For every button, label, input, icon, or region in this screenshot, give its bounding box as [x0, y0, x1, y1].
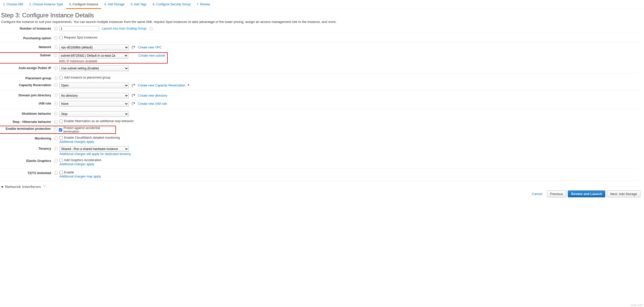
- subnet-select[interactable]: subnet-b97283d2 | Default in us-east-2a: [59, 53, 128, 58]
- wizard-step-7[interactable]: 7. Review: [194, 1, 213, 9]
- refresh-icon[interactable]: [131, 83, 135, 87]
- label-tenancy: Tenancy: [0, 146, 52, 150]
- row-number-of-instances: Number of instances i Launch into Auto S…: [0, 25, 639, 33]
- info-icon[interactable]: i: [54, 171, 58, 175]
- create-subnet-link[interactable]: Create new subnet: [138, 54, 165, 57]
- info-icon[interactable]: i: [54, 76, 58, 80]
- info-icon[interactable]: i: [54, 136, 58, 140]
- info-icon[interactable]: i: [54, 147, 58, 150]
- label-t2t3-unlimited: T2/T3 Unlimited: [0, 171, 52, 175]
- row-auto-assign-ip: Auto-assign Public IP i Use subnet setti…: [0, 64, 639, 73]
- refresh-icon[interactable]: [131, 102, 135, 106]
- info-icon[interactable]: i: [149, 27, 153, 31]
- row-placement-group: Placement group i Add instance to placem…: [0, 74, 639, 81]
- wizard-step-5[interactable]: 5. Add Tags: [128, 1, 150, 9]
- form-area[interactable]: Number of instances i Launch into Auto S…: [0, 25, 644, 188]
- row-t2t3-unlimited: T2/T3 Unlimited i Enable Additional char…: [0, 169, 639, 181]
- termination-protection-input[interactable]: [59, 128, 62, 132]
- t2t3-input[interactable]: [59, 171, 63, 174]
- termination-protection-checkbox[interactable]: Protect against accidental termination: [59, 126, 115, 133]
- section-network-interfaces[interactable]: Network interfaces i: [0, 182, 639, 188]
- info-icon[interactable]: i: [54, 36, 58, 40]
- t2t3-checkbox[interactable]: Enable: [59, 171, 639, 174]
- row-iam-role: IAM role i None Create new IAM role: [0, 100, 639, 109]
- number-of-instances-input[interactable]: [59, 26, 99, 31]
- create-directory-link[interactable]: Create new directory: [138, 94, 167, 97]
- monitoring-checkbox[interactable]: Enable CloudWatch detailed monitoring: [59, 136, 639, 139]
- domain-join-select[interactable]: No directory: [59, 93, 129, 98]
- row-network: Network i vpc-d010d9bb (default) Create …: [0, 43, 639, 52]
- section-title: Network interfaces: [5, 185, 41, 188]
- hibernate-checkbox[interactable]: Enable hibernation as an additional stop…: [59, 119, 639, 123]
- info-icon[interactable]: i: [54, 45, 58, 49]
- monitoring-note-link[interactable]: Additional charges apply.: [59, 140, 639, 144]
- row-monitoring: Monitoring i Enable CloudWatch detailed …: [0, 135, 639, 145]
- request-spot-checkbox[interactable]: Request Spot instances: [59, 36, 639, 39]
- previous-button[interactable]: Previous: [547, 190, 567, 197]
- info-icon[interactable]: i: [54, 127, 57, 131]
- elastic-graphics-note-link[interactable]: Additional charges apply.: [59, 162, 639, 166]
- create-vpc-link[interactable]: Create new VPC: [138, 46, 162, 49]
- next-add-storage-button[interactable]: Next: Add Storage: [607, 190, 640, 197]
- network-select[interactable]: vpc-d010d9bb (default): [59, 45, 129, 50]
- row-purchasing-option: Purchasing option i Request Spot instanc…: [0, 34, 639, 42]
- wizard-step-1[interactable]: 1. Choose AMI: [0, 1, 26, 9]
- placement-group-input[interactable]: [59, 76, 63, 79]
- row-elastic-graphics: Elastic Graphics i Add Graphics Accelera…: [0, 157, 639, 168]
- label-number-of-instances: Number of instances: [0, 26, 52, 30]
- label-stop-hibernate: Stop - Hibernate behavior: [0, 119, 52, 124]
- request-spot-input[interactable]: [59, 36, 63, 39]
- label-network: Network: [0, 45, 52, 49]
- footer-bar: Cancel Previous Review and Launch Next: …: [0, 188, 644, 199]
- placement-group-checkbox[interactable]: Add instance to placement group: [59, 76, 639, 79]
- elastic-graphics-checkbox[interactable]: Add Graphics Acceleration: [59, 158, 639, 162]
- row-shutdown-behavior: Shutdown behavior i Stop: [0, 110, 639, 118]
- tenancy-select[interactable]: Shared - Run a shared hardware instance: [59, 146, 129, 152]
- wizard-nav: 1. Choose AMI 2. Choose Instance Type 3.…: [0, 0, 644, 9]
- row-capacity-reservation: Capacity Reservation i Open Create new C…: [0, 81, 639, 91]
- info-icon[interactable]: i: [54, 27, 58, 30]
- label-shutdown-behavior: Shutdown behavior: [0, 111, 52, 116]
- create-capacity-reservation-link[interactable]: Create new Capacity Reservation: [138, 84, 185, 87]
- label-purchasing-option: Purchasing option: [0, 36, 52, 40]
- tenancy-note-link[interactable]: Additional charges will apply for dedica…: [59, 152, 639, 156]
- info-icon[interactable]: i: [43, 185, 46, 188]
- wizard-step-4[interactable]: 4. Add Storage: [101, 1, 127, 9]
- row-subnet: Subnet i subnet-b97283d2 | Default in us…: [0, 52, 639, 64]
- row-stop-hibernate: Stop - Hibernate behavior i Enable hiber…: [0, 118, 639, 125]
- info-icon[interactable]: i: [54, 159, 58, 163]
- info-icon[interactable]: i: [54, 93, 58, 97]
- monitoring-input[interactable]: [59, 136, 63, 139]
- label-capacity-reservation: Capacity Reservation: [0, 83, 52, 87]
- caret-down-icon: [1, 186, 4, 188]
- wizard-step-2[interactable]: 2. Choose Instance Type: [26, 1, 66, 9]
- shutdown-behavior-select[interactable]: Stop: [59, 111, 129, 117]
- label-iam-role: IAM role: [0, 101, 52, 105]
- refresh-icon[interactable]: [131, 45, 135, 49]
- wizard-step-3[interactable]: 3. Configure Instance: [66, 1, 101, 9]
- t2t3-note-link[interactable]: Additional charges may apply: [59, 175, 639, 178]
- info-icon[interactable]: i: [54, 66, 58, 70]
- request-spot-label: Request Spot instances: [64, 36, 98, 39]
- wizard-step-6[interactable]: 6. Configure Security Group: [150, 1, 194, 9]
- row-termination-protection: Enable termination protection i Protect …: [0, 125, 639, 135]
- info-icon[interactable]: i: [54, 112, 58, 116]
- label-monitoring: Monitoring: [0, 136, 52, 140]
- review-and-launch-button[interactable]: Review and Launch: [568, 190, 605, 197]
- info-icon[interactable]: i: [54, 120, 58, 124]
- info-icon[interactable]: i: [54, 83, 58, 87]
- create-iam-role-link[interactable]: Create new IAM role: [138, 102, 167, 106]
- iam-role-select[interactable]: None: [59, 101, 129, 107]
- refresh-icon[interactable]: [131, 94, 135, 98]
- red-dot-icon: [188, 84, 189, 85]
- elastic-graphics-input[interactable]: [59, 159, 63, 162]
- subnet-note: 4091 IP Addresses available: [59, 59, 167, 63]
- termination-protection-label: Protect against accidental termination: [63, 126, 115, 133]
- capacity-reservation-select[interactable]: Open: [59, 83, 129, 88]
- hibernate-input[interactable]: [59, 120, 63, 123]
- info-icon[interactable]: i: [54, 53, 57, 57]
- auto-assign-ip-select[interactable]: Use subnet setting (Enable): [59, 66, 129, 71]
- launch-asg-link[interactable]: Launch into Auto Scaling Group: [102, 27, 147, 30]
- info-icon[interactable]: i: [54, 101, 58, 105]
- cancel-button[interactable]: Cancel: [529, 191, 545, 197]
